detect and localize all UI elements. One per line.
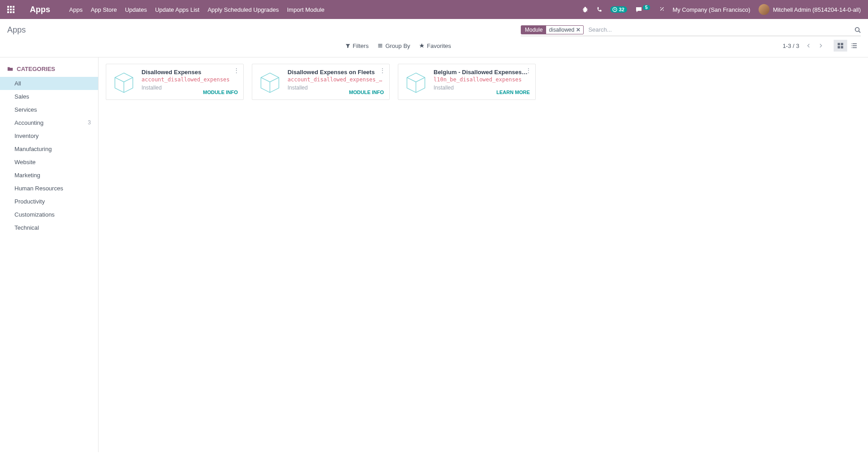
sidebar-item-services[interactable]: Services — [0, 103, 98, 116]
module-tech-name: l10n_be_disallowed_expenses — [434, 76, 530, 83]
sidebar-header[interactable]: CATEGORIES — [0, 63, 98, 75]
sidebar-item-marketing[interactable]: Marketing — [0, 169, 98, 182]
messages-count: 5 — [643, 5, 650, 10]
list-view-icon[interactable] — [847, 40, 861, 52]
card-kebab-icon[interactable]: ⋮ — [233, 67, 240, 74]
user-avatar — [759, 4, 769, 15]
sidebar-item-customizations[interactable]: Customizations — [0, 208, 98, 221]
sidebar-item-label: Website — [14, 159, 36, 166]
pager-next-icon[interactable] — [816, 42, 825, 50]
search-input[interactable] — [586, 24, 854, 35]
user-name: Mitchell Admin (8514204-14-0-all) — [773, 6, 861, 13]
search-bar[interactable]: Module disallowed ✕ — [521, 24, 861, 36]
sidebar-item-all[interactable]: All — [0, 77, 98, 90]
module-cube-icon — [258, 71, 282, 95]
sidebar-item-count: 3 — [88, 119, 91, 126]
sidebar-item-inventory[interactable]: Inventory — [0, 129, 98, 142]
folder-icon — [7, 66, 13, 72]
groupby-button[interactable]: Group By — [377, 43, 410, 49]
nav-link-import-module[interactable]: Import Module — [287, 6, 325, 13]
module-tech-name: account_disallowed_expenses — [142, 76, 238, 83]
sidebar-item-label: Manufacturing — [14, 146, 52, 152]
pager-prev-icon[interactable] — [805, 42, 813, 50]
sidebar-item-sales[interactable]: Sales — [0, 90, 98, 103]
module-action-link[interactable]: MODULE INFO — [349, 90, 384, 95]
filters-button[interactable]: Filters — [345, 43, 368, 49]
pager-text[interactable]: 1-3 / 3 — [783, 43, 799, 49]
company-selector[interactable]: My Company (San Francisco) — [673, 6, 750, 13]
module-title: Belgium - Disallowed Expenses… — [434, 69, 530, 76]
module-tech-name: account_disallowed_expenses_fleet — [288, 76, 384, 83]
module-card[interactable]: Belgium - Disallowed Expenses…l10n_be_di… — [398, 64, 536, 100]
facet-remove-icon[interactable]: ✕ — [576, 27, 580, 33]
sidebar-item-human-resources[interactable]: Human Resources — [0, 182, 98, 195]
sidebar-item-label: Productivity — [14, 198, 45, 205]
svg-rect-3 — [841, 43, 843, 45]
module-action-link[interactable]: MODULE INFO — [203, 90, 238, 95]
tools-icon[interactable] — [658, 6, 665, 13]
svg-point-1 — [855, 27, 859, 31]
clock-badge[interactable]: 32 — [610, 6, 627, 13]
module-cube-icon — [112, 71, 136, 95]
search-icon[interactable] — [854, 27, 861, 33]
module-title: Disallowed Expenses on Fleets — [288, 69, 384, 76]
groupby-label: Group By — [385, 43, 410, 49]
svg-rect-4 — [838, 46, 840, 48]
favorites-button[interactable]: Favorites — [419, 43, 451, 49]
module-action-link[interactable]: LEARN MORE — [496, 90, 530, 95]
card-kebab-icon[interactable]: ⋮ — [525, 67, 532, 74]
module-card[interactable]: Disallowed Expenses on Fleetsaccount_dis… — [252, 64, 390, 100]
module-card[interactable]: Disallowed Expensesaccount_disallowed_ex… — [106, 64, 244, 100]
sidebar: CATEGORIES AllSalesServicesAccounting3In… — [0, 57, 99, 452]
apps-menu-icon[interactable] — [7, 6, 14, 13]
svg-rect-5 — [841, 46, 843, 48]
sidebar-item-label: Human Resources — [14, 185, 63, 192]
sidebar-item-technical[interactable]: Technical — [0, 221, 98, 234]
sidebar-item-accounting[interactable]: Accounting3 — [0, 116, 98, 129]
card-kebab-icon[interactable]: ⋮ — [379, 67, 386, 74]
sidebar-item-manufacturing[interactable]: Manufacturing — [0, 142, 98, 156]
facet-value: disallowed — [549, 27, 574, 33]
sidebar-item-website[interactable]: Website — [0, 156, 98, 169]
module-title: Disallowed Expenses — [142, 69, 238, 76]
sidebar-item-label: Sales — [14, 93, 29, 100]
nav-link-updates[interactable]: Updates — [125, 6, 146, 13]
kanban-view-icon[interactable] — [834, 40, 847, 52]
module-cube-icon — [404, 71, 428, 95]
user-menu[interactable]: Mitchell Admin (8514204-14-0-all) — [759, 4, 861, 15]
svg-rect-2 — [838, 43, 840, 45]
sidebar-item-label: Inventory — [14, 132, 38, 139]
sidebar-header-label: CATEGORIES — [17, 66, 55, 72]
breadcrumb: Apps — [7, 25, 26, 35]
nav-link-apps[interactable]: Apps — [69, 6, 83, 13]
sidebar-item-label: All — [14, 80, 21, 87]
clock-badge-count: 32 — [619, 7, 624, 12]
search-facet: Module disallowed ✕ — [521, 25, 584, 34]
facet-label: Module — [521, 26, 546, 34]
sidebar-item-label: Accounting — [14, 119, 43, 126]
bug-icon[interactable] — [582, 6, 588, 13]
sidebar-item-label: Technical — [14, 224, 39, 231]
nav-link-update-list[interactable]: Update Apps List — [155, 6, 199, 13]
nav-link-scheduled-upgrades[interactable]: Apply Scheduled Upgrades — [208, 6, 279, 13]
control-panel: Apps Module disallowed ✕ Filters G — [0, 19, 868, 57]
phone-icon[interactable] — [596, 7, 602, 13]
nav-link-appstore[interactable]: App Store — [91, 6, 117, 13]
top-navbar: Apps Apps App Store Updates Update Apps … — [0, 0, 868, 19]
sidebar-item-productivity[interactable]: Productivity — [0, 195, 98, 208]
content: Disallowed Expensesaccount_disallowed_ex… — [99, 57, 868, 452]
app-brand[interactable]: Apps — [30, 5, 50, 14]
nav-links: Apps App Store Updates Update Apps List … — [69, 6, 325, 13]
sidebar-item-label: Marketing — [14, 172, 40, 179]
favorites-label: Favorites — [427, 43, 451, 49]
messages-badge[interactable]: 5 — [635, 6, 650, 13]
filters-label: Filters — [353, 43, 368, 49]
sidebar-item-label: Customizations — [14, 211, 55, 218]
main-area: CATEGORIES AllSalesServicesAccounting3In… — [0, 57, 868, 452]
sidebar-item-label: Services — [14, 106, 37, 113]
